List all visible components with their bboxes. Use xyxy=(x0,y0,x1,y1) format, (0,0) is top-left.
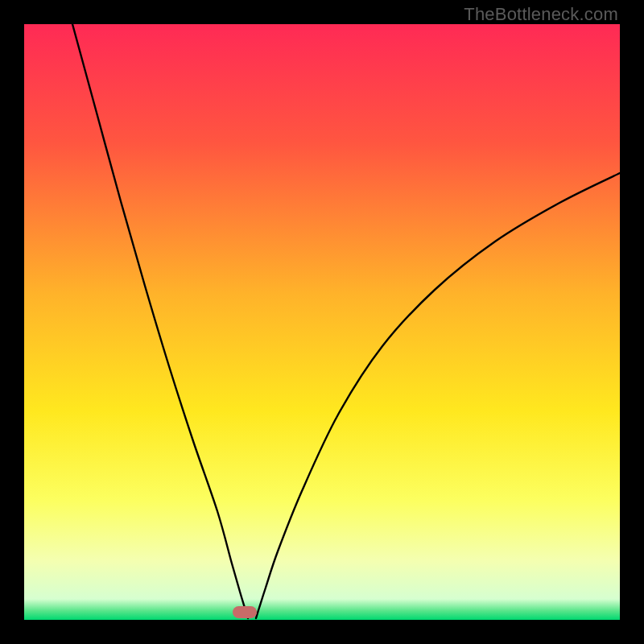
plot-area xyxy=(24,24,620,620)
watermark-text: TheBottleneck.com xyxy=(464,4,618,25)
bottleneck-marker xyxy=(233,606,257,618)
chart-frame: TheBottleneck.com xyxy=(0,0,644,644)
curve-layer xyxy=(24,24,620,620)
curve-left-branch xyxy=(72,24,248,618)
curve-right-branch xyxy=(256,173,620,618)
